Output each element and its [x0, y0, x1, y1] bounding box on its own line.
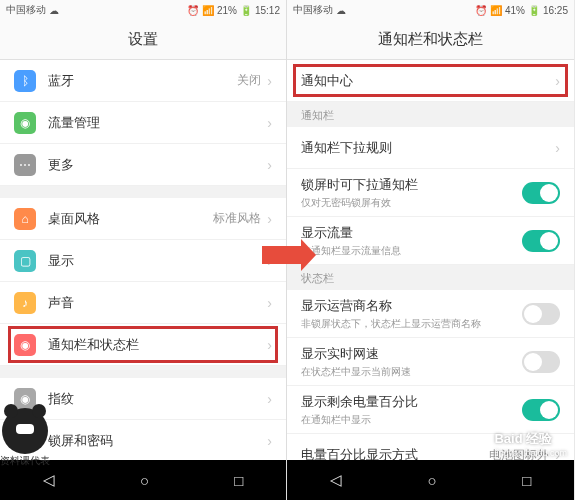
more-icon: ⋯: [14, 154, 36, 176]
watermark: Baid 经验 jingyan.baidu.com: [494, 430, 567, 458]
chevron-right-icon: ›: [555, 73, 560, 89]
toggle-traffic[interactable]: [522, 230, 560, 252]
home-icon: ⌂: [14, 208, 36, 230]
carrier-label: 中国移动: [6, 3, 46, 17]
page-title: 设置: [0, 20, 286, 60]
cloud-icon: ☁: [336, 5, 346, 16]
display-icon: ▢: [14, 250, 36, 272]
battery-icon: 🔋: [240, 5, 252, 16]
item-display[interactable]: ▢显示›: [0, 240, 286, 282]
alarm-icon: ⏰: [187, 5, 199, 16]
item-data[interactable]: ◉流量管理›: [0, 102, 286, 144]
chevron-right-icon: ›: [267, 211, 272, 227]
chevron-right-icon: ›: [555, 140, 560, 156]
statusbar: 中国移动☁ ⏰📶41%🔋16:25: [287, 0, 574, 20]
toggle-speed[interactable]: [522, 351, 560, 373]
nav-home[interactable]: ○: [427, 472, 436, 489]
chevron-right-icon: ›: [267, 115, 272, 131]
item-bluetooth[interactable]: ᛒ蓝牙关闭›: [0, 60, 286, 102]
battery-pct: 41%: [505, 5, 525, 16]
cloud-icon: ☁: [49, 5, 59, 16]
carrier-label: 中国移动: [293, 3, 333, 17]
time-label: 16:25: [543, 5, 568, 16]
chevron-right-icon: ›: [267, 433, 272, 449]
item-traffic[interactable]: 显示流量在通知栏显示流量信息: [287, 217, 574, 265]
phone-right: 中国移动☁ ⏰📶41%🔋16:25 通知栏和状态栏 通知中心› 通知栏 通知栏下…: [287, 0, 574, 500]
item-notification[interactable]: ◉通知栏和状态栏›: [0, 324, 286, 366]
signal-icon: 📶: [202, 5, 214, 16]
chevron-right-icon: ›: [267, 391, 272, 407]
bell-icon: ◉: [14, 334, 36, 356]
time-label: 15:12: [255, 5, 280, 16]
sound-icon: ♪: [14, 292, 36, 314]
item-home[interactable]: ⌂桌面风格标准风格›: [0, 198, 286, 240]
page-title: 通知栏和状态栏: [287, 20, 574, 60]
item-center[interactable]: 通知中心›: [287, 60, 574, 102]
chevron-right-icon: ›: [267, 73, 272, 89]
nav-recent[interactable]: □: [234, 472, 243, 489]
settings-list: ᛒ蓝牙关闭› ◉流量管理› ⋯更多› ⌂桌面风格标准风格› ▢显示› ♪声音› …: [0, 60, 286, 460]
item-batpct[interactable]: 显示剩余电量百分比在通知栏中显示: [287, 386, 574, 434]
item-sound[interactable]: ♪声音›: [0, 282, 286, 324]
toggle-lock[interactable]: [522, 182, 560, 204]
item-speed[interactable]: 显示实时网速在状态栏中显示当前网速: [287, 338, 574, 386]
nav-home[interactable]: ○: [140, 472, 149, 489]
navbar: ◁ ○ □: [287, 460, 574, 500]
mascot: 资料课代表: [0, 408, 50, 468]
section-label: 状态栏: [287, 265, 574, 290]
signal-icon: 📶: [490, 5, 502, 16]
item-dropdown[interactable]: 通知栏下拉规则›: [287, 127, 574, 169]
nav-back[interactable]: ◁: [43, 471, 55, 489]
arrow-annotation: [262, 246, 302, 264]
chevron-right-icon: ›: [267, 295, 272, 311]
alarm-icon: ⏰: [475, 5, 487, 16]
item-more[interactable]: ⋯更多›: [0, 144, 286, 186]
notification-list: 通知中心› 通知栏 通知栏下拉规则› 锁屏时可下拉通知栏仅对无密码锁屏有效 显示…: [287, 60, 574, 460]
battery-pct: 21%: [217, 5, 237, 16]
battery-icon: 🔋: [528, 5, 540, 16]
chevron-right-icon: ›: [267, 337, 272, 353]
item-carrier[interactable]: 显示运营商名称非锁屏状态下，状态栏上显示运营商名称: [287, 290, 574, 338]
chevron-right-icon: ›: [267, 157, 272, 173]
toggle-carrier[interactable]: [522, 303, 560, 325]
nav-recent[interactable]: □: [522, 472, 531, 489]
section-label: 通知栏: [287, 102, 574, 127]
item-lock-pull[interactable]: 锁屏时可下拉通知栏仅对无密码锁屏有效: [287, 169, 574, 217]
bluetooth-icon: ᛒ: [14, 70, 36, 92]
nav-back[interactable]: ◁: [330, 471, 342, 489]
toggle-batpct[interactable]: [522, 399, 560, 421]
statusbar: 中国移动☁ ⏰📶21%🔋15:12: [0, 0, 286, 20]
data-icon: ◉: [14, 112, 36, 134]
